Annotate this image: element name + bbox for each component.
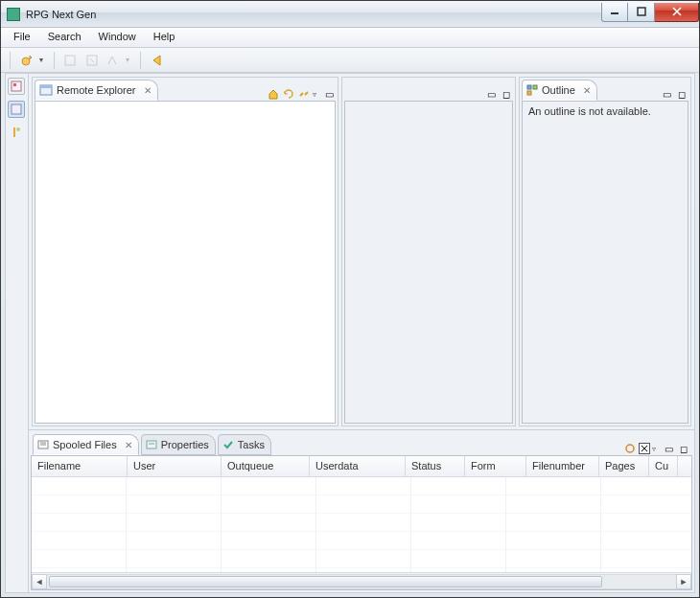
svg-rect-16 xyxy=(533,85,537,89)
menu-search[interactable]: Search xyxy=(39,28,90,47)
tab-label: Properties xyxy=(161,439,209,450)
minimize-view-icon[interactable]: ▭ xyxy=(322,87,336,101)
column-header-form[interactable]: Form xyxy=(465,456,526,476)
toolbar-btn-4[interactable] xyxy=(105,52,122,69)
svg-rect-11 xyxy=(13,127,15,137)
strip-btn-3[interactable] xyxy=(8,124,25,141)
tab-remote-explorer[interactable]: Remote Explorer ✕ xyxy=(35,80,158,101)
tab-properties[interactable]: Properties xyxy=(141,434,216,455)
minimize-view-icon[interactable]: ▭ xyxy=(662,442,675,455)
strip-btn-1[interactable] xyxy=(8,78,25,95)
svg-rect-5 xyxy=(65,56,75,65)
app-icon xyxy=(7,8,20,21)
close-icon[interactable]: ✕ xyxy=(144,85,152,96)
toolbar-btn-3[interactable] xyxy=(83,52,101,69)
toolbar-btn-2[interactable] xyxy=(62,52,80,69)
tab-outline[interactable]: Outline ✕ xyxy=(522,80,597,101)
left-tool-strip xyxy=(6,74,29,592)
column-header-user[interactable]: User xyxy=(128,456,222,476)
titlebar[interactable]: RPG Next Gen xyxy=(1,1,699,28)
outline-body: An outline is not available. xyxy=(522,101,688,424)
spooled-files-icon xyxy=(37,439,49,450)
maximize-button[interactable] xyxy=(628,3,655,22)
horizontal-scrollbar[interactable]: ◄ ► xyxy=(32,572,691,589)
minimize-view-icon[interactable]: ▭ xyxy=(484,87,498,101)
menu-help[interactable]: Help xyxy=(145,28,184,47)
table-body[interactable] xyxy=(32,477,691,572)
outline-view: Outline ✕ ▭ ◻ An outline is not availabl… xyxy=(519,77,691,426)
column-header-cu[interactable]: Cu xyxy=(649,456,678,476)
minimize-button[interactable] xyxy=(601,3,628,22)
bottom-panel: Spooled Files ✕ Properties Tasks ▿ xyxy=(29,429,694,592)
home-icon[interactable] xyxy=(267,87,280,101)
tab-label: Tasks xyxy=(238,439,265,450)
svg-rect-10 xyxy=(12,104,21,114)
tab-spooled-files[interactable]: Spooled Files ✕ xyxy=(33,434,139,455)
svg-point-4 xyxy=(22,58,30,65)
scroll-right-icon[interactable]: ► xyxy=(676,574,691,589)
close-icon[interactable]: ✕ xyxy=(125,440,132,450)
tab-label: Remote Explorer xyxy=(57,84,136,96)
menu-file[interactable]: File xyxy=(5,28,39,47)
svg-rect-1 xyxy=(638,8,645,15)
properties-icon xyxy=(146,439,157,450)
svg-rect-21 xyxy=(147,441,156,448)
svg-rect-14 xyxy=(40,85,52,88)
toolbar: ▾ ▾ xyxy=(1,48,699,73)
column-header-filenumber[interactable]: Filenumber xyxy=(526,456,599,476)
remote-explorer-body[interactable] xyxy=(35,101,336,424)
refresh-icon[interactable] xyxy=(282,87,295,101)
scroll-left-icon[interactable]: ◄ xyxy=(32,574,47,589)
spooled-files-table: FilenameUserOutqueueUserdataStatusFormFi… xyxy=(31,455,692,590)
column-header-pages[interactable]: Pages xyxy=(599,456,649,476)
table-header: FilenameUserOutqueueUserdataStatusFormFi… xyxy=(32,456,691,477)
scroll-thumb[interactable] xyxy=(49,576,602,587)
menu-window[interactable]: Window xyxy=(90,28,145,47)
app-window: RPG Next Gen File Search Window Help ▾ xyxy=(0,0,700,598)
tab-tasks[interactable]: Tasks xyxy=(218,434,271,455)
editor-body[interactable] xyxy=(344,101,513,424)
menubar: File Search Window Help xyxy=(1,28,699,48)
toolbar-dropdown-4[interactable]: ▾ xyxy=(126,56,133,64)
sync-icon[interactable] xyxy=(623,442,637,455)
window-title: RPG Next Gen xyxy=(26,9,601,20)
tasks-icon xyxy=(222,439,234,450)
link-icon[interactable] xyxy=(297,87,311,101)
client-area: Remote Explorer ✕ ▿ ▭ xyxy=(5,73,695,593)
column-header-outqueue[interactable]: Outqueue xyxy=(222,456,310,476)
column-header-userdata[interactable]: Userdata xyxy=(310,456,406,476)
back-button[interactable] xyxy=(149,52,166,69)
tab-label: Spooled Files xyxy=(53,439,117,450)
strip-btn-2[interactable] xyxy=(8,101,25,118)
minimize-view-icon[interactable]: ▭ xyxy=(660,87,673,101)
close-icon[interactable]: ✕ xyxy=(583,85,591,96)
view-menu-icon[interactable]: ▿ xyxy=(313,90,320,99)
svg-rect-9 xyxy=(13,83,16,86)
stop-icon[interactable] xyxy=(639,443,650,454)
new-button[interactable] xyxy=(18,52,35,69)
tab-label: Outline xyxy=(542,84,575,96)
svg-line-7 xyxy=(90,58,94,62)
outline-empty-text: An outline is not available. xyxy=(528,105,651,117)
view-menu-icon[interactable]: ▿ xyxy=(652,445,660,453)
remote-explorer-view: Remote Explorer ✕ ▿ ▭ xyxy=(32,77,338,426)
close-button[interactable] xyxy=(655,3,699,22)
maximize-view-icon[interactable]: ◻ xyxy=(675,87,688,101)
column-header-filename[interactable]: Filename xyxy=(32,456,128,476)
maximize-view-icon[interactable]: ◻ xyxy=(500,87,513,101)
editor-area: ▭ ◻ xyxy=(341,77,516,426)
svg-rect-15 xyxy=(527,85,531,89)
remote-explorer-icon xyxy=(39,83,53,97)
new-dropdown[interactable]: ▾ xyxy=(39,56,47,64)
maximize-view-icon[interactable]: ◻ xyxy=(677,442,690,455)
column-header-status[interactable]: Status xyxy=(406,456,465,476)
svg-rect-17 xyxy=(527,91,531,95)
svg-point-12 xyxy=(16,127,20,131)
outline-icon xyxy=(526,84,538,96)
